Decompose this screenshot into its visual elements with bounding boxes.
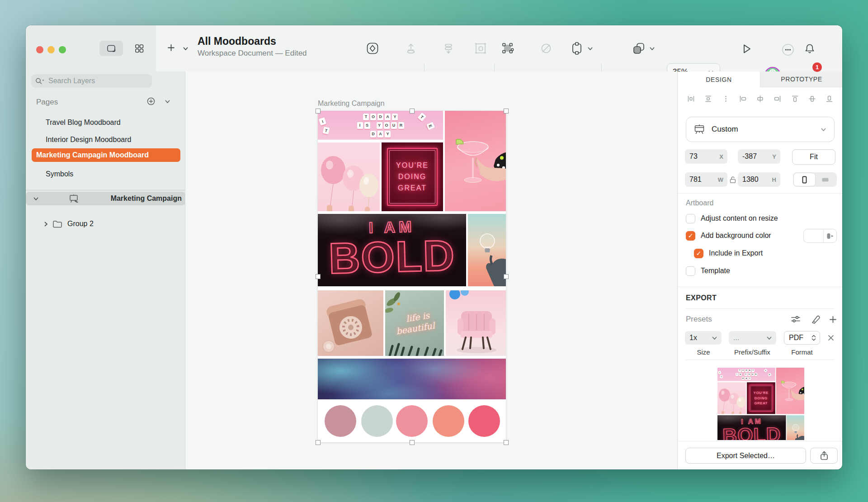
align-right-button[interactable] [773, 95, 782, 103]
selection-handle-n[interactable] [410, 109, 415, 114]
moodboard-tile-bold[interactable]: I AMBOLD [717, 415, 786, 440]
moodboard-tile-balloons[interactable] [717, 382, 746, 414]
transform-button[interactable] [539, 41, 553, 56]
landscape-orientation-button[interactable] [815, 173, 836, 186]
close-window-button[interactable] [36, 46, 43, 53]
palette-swatch[interactable] [433, 405, 464, 437]
slice-tool-button[interactable] [809, 314, 821, 325]
distribute-button[interactable] [441, 41, 456, 56]
checkbox[interactable]: ✓ [694, 249, 703, 258]
lock-aspect-button[interactable] [729, 175, 737, 184]
export-prefix-select[interactable]: ... [729, 331, 776, 345]
add-page-button[interactable] [167, 43, 175, 52]
checkbox[interactable]: ✓ [686, 231, 695, 241]
bell-icon [803, 43, 816, 55]
moodboard-tile-today[interactable]: TODAYISYOURDAYITTE [717, 368, 775, 381]
moodboard-tile-balloons[interactable] [318, 142, 380, 211]
tab-design[interactable]: DESIGN [678, 71, 760, 87]
search-field[interactable] [31, 74, 152, 88]
artboard[interactable]: TODAYISYOURDAYITTE YOU'REDOINGGREATI AMB… [318, 111, 506, 442]
align-center-horizontal-button[interactable] [756, 95, 764, 103]
moodboard-tile-cocktail[interactable] [776, 368, 804, 414]
resize-button[interactable] [570, 41, 594, 56]
width-field[interactable]: 781W [685, 172, 727, 187]
export-format-select[interactable]: PDF [784, 331, 820, 345]
collaborators-more-button[interactable] [782, 43, 794, 56]
remove-preset-button[interactable] [827, 334, 835, 342]
upload-button[interactable] [404, 41, 418, 56]
tab-prototype[interactable]: PROTOTYPE [760, 71, 842, 87]
more-ellipsis-button[interactable] [722, 95, 730, 103]
page-item-travel-blog-moodboard[interactable]: Travel Blog Moodboard [32, 114, 180, 131]
align-left-button[interactable] [739, 95, 747, 103]
moodboard-tile-palette[interactable] [318, 401, 506, 442]
moodboard-tile-life[interactable]: life isbeautiful [385, 290, 444, 356]
checkbox[interactable] [686, 266, 695, 276]
canvas-view-toggle[interactable] [99, 41, 123, 56]
moodboard-tile-today[interactable]: TODAYISYOURDAYITTE [318, 111, 443, 140]
collapse-pages-button[interactable] [164, 98, 171, 105]
distribute-horizontally-button[interactable] [687, 95, 695, 103]
add-page-button-sidebar[interactable] [146, 97, 156, 106]
add-page-chevron[interactable] [182, 45, 189, 52]
preview-play-button[interactable] [740, 43, 753, 55]
y-position-field[interactable]: -387Y [738, 149, 780, 164]
align-bottom-button[interactable] [825, 95, 834, 103]
distribute-vertically-button[interactable] [704, 95, 712, 103]
align-top-button[interactable] [791, 95, 799, 103]
boolean-button[interactable] [632, 41, 656, 56]
background-color-well[interactable] [803, 229, 837, 243]
palette-swatch[interactable] [361, 405, 393, 437]
zoom-window-button[interactable] [59, 46, 66, 53]
portrait-orientation-button[interactable] [794, 173, 815, 186]
search-input[interactable] [47, 76, 140, 85]
moodboard-tile-bulb[interactable] [787, 415, 804, 440]
artboard-preset-select[interactable]: Custom [686, 117, 835, 142]
canvas[interactable]: Marketing Campaign TODAYISYOURDAYITTE YO… [185, 71, 677, 469]
moodboard-tile-great[interactable]: YOU'REDOINGGREAT [382, 142, 443, 211]
chevron-right-icon[interactable] [42, 221, 49, 227]
insert-button[interactable] [365, 41, 380, 56]
layer-item-marketing-campaign[interactable]: Marketing Campaign [26, 192, 185, 205]
palette-swatch[interactable] [468, 405, 500, 437]
minimize-window-button[interactable] [47, 46, 55, 53]
page-item-interior-design-moodboard[interactable]: Interior Design Moodboard [32, 131, 180, 148]
moodboard-tile-chair[interactable] [446, 290, 506, 356]
palette-swatch[interactable] [396, 405, 428, 437]
notifications-button[interactable] [803, 43, 816, 55]
selection-handle-ne[interactable] [504, 109, 509, 114]
moodboard-tile-phone[interactable] [318, 290, 383, 356]
checkbox[interactable] [686, 214, 695, 223]
search-icon [35, 77, 45, 85]
share-export-button[interactable] [810, 448, 838, 464]
moodboard-tile-smoke[interactable] [318, 359, 506, 399]
export-selected-button[interactable]: Export Selected… [685, 448, 806, 464]
align-middle-vertical-button[interactable] [808, 95, 816, 103]
moodboard-tile-cocktail[interactable] [445, 111, 506, 211]
checkbox-row-adjust-content-on-resize: Adjust content on resize [686, 212, 778, 225]
moodboard-tile-bulb[interactable] [468, 214, 506, 286]
export-size-select[interactable]: 1x [685, 331, 722, 345]
add-export-preset-button[interactable] [829, 315, 837, 324]
selection-handle-w[interactable] [316, 274, 321, 279]
palette-swatch[interactable] [325, 405, 356, 437]
components-view-toggle[interactable] [127, 41, 151, 56]
export-settings-button[interactable] [790, 314, 802, 325]
selection-handle-sw[interactable] [316, 440, 321, 445]
selection-handle-nw[interactable] [316, 109, 321, 114]
selection-handle-se[interactable] [504, 440, 509, 445]
chevron-down-icon[interactable] [32, 195, 39, 202]
selection-handle-e[interactable] [504, 274, 509, 279]
fit-button[interactable]: Fit [792, 149, 835, 165]
edit-button[interactable] [500, 41, 515, 56]
height-field[interactable]: 1380H [738, 172, 780, 187]
page-item-marketing-campagin-moodboard[interactable]: Marketing Campagin Moodboard [32, 148, 180, 162]
layer-item-group-2[interactable]: Group 2 [26, 216, 202, 232]
x-position-field[interactable]: 73X [685, 149, 727, 164]
make-grid-button[interactable] [473, 41, 488, 56]
page-item-symbols[interactable]: Symbols [32, 166, 180, 183]
selection-handle-s[interactable] [410, 440, 415, 445]
moodboard-tile-great[interactable]: YOU'REDOINGGREAT [747, 382, 775, 414]
moodboard-tile-bold[interactable]: I AMBOLD [318, 214, 466, 286]
artboard-label[interactable]: Marketing Campaign [318, 99, 385, 108]
